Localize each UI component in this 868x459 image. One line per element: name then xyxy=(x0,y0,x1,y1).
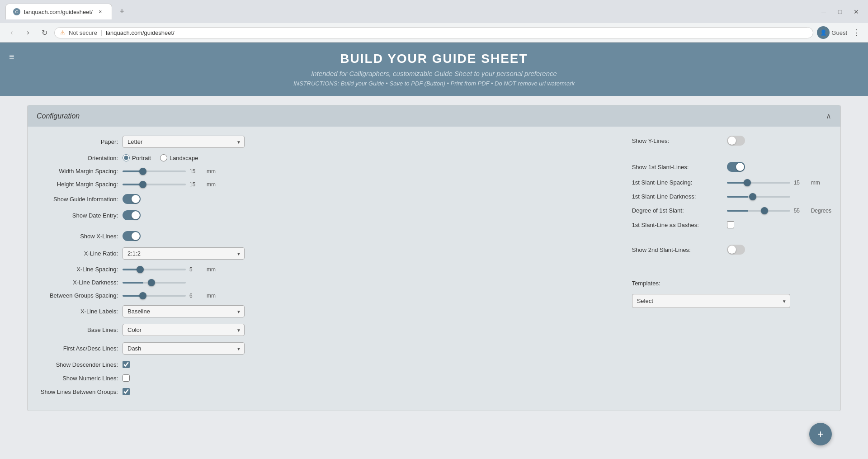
x-line-darkness-label: X-Line Darkness: xyxy=(37,279,118,286)
slant-darkness-row: 1st Slant-Line Darkness: xyxy=(632,193,831,200)
forward-button[interactable]: › xyxy=(22,26,34,39)
not-secure-text: Not secure xyxy=(69,29,97,36)
show-numeric-row: Show Numeric Lines: xyxy=(37,374,614,382)
paper-select[interactable]: Letter A4 A3 Legal xyxy=(123,136,245,148)
degree-1st-slant-slider-wrap: 55 Degrees xyxy=(727,208,831,214)
width-margin-slider-wrap: 15 mm xyxy=(123,168,216,175)
show-date-entry-label: Show Date Entry: xyxy=(37,212,118,219)
paper-select-wrap: Letter A4 A3 Legal xyxy=(123,136,245,148)
portrait-radio-label[interactable]: Portrait xyxy=(123,154,151,161)
page-header: ≡ BUILD YOUR GUIDE SHEET Intended for Ca… xyxy=(0,43,868,96)
height-margin-label: Height Margin Spacing: xyxy=(37,181,118,188)
config-body: Paper: Letter A4 A3 Legal Orientation: xyxy=(28,127,840,411)
slant-spacing-unit: mm xyxy=(811,180,820,186)
close-window-button[interactable]: ✕ xyxy=(850,5,863,18)
page-subtitle: Intended for Calligraphers, customizable… xyxy=(9,70,859,77)
orientation-row: Orientation: Portrait Landscape xyxy=(37,154,614,161)
landscape-radio[interactable] xyxy=(160,154,167,161)
profile-label: Guest xyxy=(831,29,847,36)
height-margin-unit: mm xyxy=(207,181,216,188)
favicon-icon: G xyxy=(13,8,20,15)
show-lines-between-label: Show Lines Between Groups: xyxy=(37,388,118,395)
slant-as-dashes-checkbox[interactable] xyxy=(727,221,734,228)
base-lines-row: Base Lines: Color Black Gray None xyxy=(37,324,614,336)
config-collapse-button[interactable]: ∧ xyxy=(826,112,831,120)
browser-menu-button[interactable]: ⋮ xyxy=(851,26,863,39)
templates-select[interactable]: Select Copperplate Gothic Italic Spencer… xyxy=(632,294,790,308)
orientation-radio-group: Portrait Landscape xyxy=(123,154,198,161)
between-groups-unit: mm xyxy=(207,293,216,299)
templates-label: Templates: xyxy=(632,280,722,287)
browser-tab[interactable]: G lanquach.com/guidesheet/ × xyxy=(5,4,112,19)
show-y-lines-row: Show Y-Lines: xyxy=(632,136,831,146)
x-line-spacing-value: 5 xyxy=(189,266,203,273)
show-y-lines-toggle[interactable] xyxy=(727,136,745,146)
address-input[interactable]: ⚠ Not secure | lanquach.com/guidesheet/ xyxy=(54,27,813,38)
x-line-darkness-slider[interactable] xyxy=(123,282,186,284)
between-groups-slider[interactable] xyxy=(123,295,186,297)
x-line-spacing-slider-wrap: 5 mm xyxy=(123,266,216,273)
portrait-radio[interactable] xyxy=(123,154,130,161)
first-asc-desc-select-wrap: Dash Solid None xyxy=(123,342,245,355)
show-guide-info-label: Show Guide Information: xyxy=(37,196,118,203)
degree-1st-slant-label: Degree of 1st Slant: xyxy=(632,207,722,214)
first-asc-desc-row: First Asc/Desc Lines: Dash Solid None xyxy=(37,342,614,355)
page-header-wrap: ≡ BUILD YOUR GUIDE SHEET Intended for Ca… xyxy=(0,43,868,96)
x-line-ratio-select[interactable]: 2:1:2 1:1:1 3:2:3 2:2:2 xyxy=(123,247,245,260)
show-guide-info-toggle[interactable] xyxy=(123,194,141,204)
height-margin-slider[interactable] xyxy=(123,184,186,185)
slant-spacing-slider[interactable] xyxy=(727,182,790,184)
paper-row: Paper: Letter A4 A3 Legal xyxy=(37,136,614,148)
show-1st-slant-toggle[interactable] xyxy=(727,162,745,172)
show-descender-checkbox[interactable] xyxy=(123,361,130,368)
x-line-ratio-row: X-Line Ratio: 2:1:2 1:1:1 3:2:3 2:2:2 xyxy=(37,247,614,260)
x-line-spacing-slider[interactable] xyxy=(123,269,186,270)
hamburger-menu-button[interactable]: ≡ xyxy=(9,52,14,62)
browser-titlebar: G lanquach.com/guidesheet/ × + ─ □ ✕ xyxy=(0,0,868,23)
orientation-label: Orientation: xyxy=(37,155,118,161)
fab-button[interactable]: + xyxy=(809,423,832,445)
back-button[interactable]: ‹ xyxy=(5,26,18,39)
base-lines-label: Base Lines: xyxy=(37,327,118,333)
minimize-button[interactable]: ─ xyxy=(817,5,830,18)
width-margin-slider[interactable] xyxy=(123,170,186,172)
show-1st-slant-row: Show 1st Slant-Lines: xyxy=(632,162,831,172)
landscape-radio-label[interactable]: Landscape xyxy=(160,154,198,161)
x-line-labels-select[interactable]: Baseline None Full xyxy=(123,305,245,317)
show-guide-info-row: Show Guide Information: xyxy=(37,194,614,204)
slant-spacing-value: 15 xyxy=(794,180,807,186)
x-line-labels-label: X-Line Labels: xyxy=(37,308,118,315)
tab-label: lanquach.com/guidesheet/ xyxy=(24,9,93,15)
page-instructions: INSTRUCTIONS: Build your Guide • Save to… xyxy=(9,80,859,87)
profile-icon: 👤 xyxy=(820,29,827,36)
close-tab-button[interactable]: × xyxy=(96,8,104,16)
show-2nd-slant-toggle[interactable] xyxy=(727,245,745,255)
show-numeric-checkbox[interactable] xyxy=(123,374,130,382)
slant-darkness-slider[interactable] xyxy=(727,196,790,198)
portrait-label: Portrait xyxy=(132,155,151,161)
reload-button[interactable]: ↻ xyxy=(38,26,51,39)
x-line-spacing-row: X-Line Spacing: 5 mm xyxy=(37,266,614,273)
config-right-column: Show Y-Lines: Show 1st Slant-Lines: xyxy=(632,136,831,402)
x-line-ratio-select-wrap: 2:1:2 1:1:1 3:2:3 2:2:2 xyxy=(123,247,245,260)
config-header: Configuration ∧ xyxy=(28,105,840,127)
slant-as-dashes-row: 1st Slant-Line as Dashes: xyxy=(632,221,831,228)
degree-1st-slant-value: 55 xyxy=(794,208,807,214)
show-numeric-label: Show Numeric Lines: xyxy=(37,375,118,382)
base-lines-select[interactable]: Color Black Gray None xyxy=(123,324,245,336)
templates-row: Templates: xyxy=(632,280,831,287)
show-1st-slant-label: Show 1st Slant-Lines: xyxy=(632,164,722,170)
degree-1st-slant-slider[interactable] xyxy=(727,210,790,212)
between-groups-value: 6 xyxy=(189,293,203,299)
first-asc-desc-select[interactable]: Dash Solid None xyxy=(123,342,245,355)
x-line-spacing-unit: mm xyxy=(207,266,216,273)
paper-label: Paper: xyxy=(37,138,118,145)
profile-button[interactable]: 👤 xyxy=(817,26,830,39)
new-tab-button[interactable]: + xyxy=(116,5,128,18)
show-x-lines-toggle[interactable] xyxy=(123,231,141,241)
width-margin-label: Width Margin Spacing: xyxy=(37,168,118,175)
show-date-entry-row: Show Date Entry: xyxy=(37,210,614,220)
show-date-entry-toggle[interactable] xyxy=(123,210,141,220)
maximize-button[interactable]: □ xyxy=(834,5,846,18)
show-lines-between-checkbox[interactable] xyxy=(123,388,130,395)
